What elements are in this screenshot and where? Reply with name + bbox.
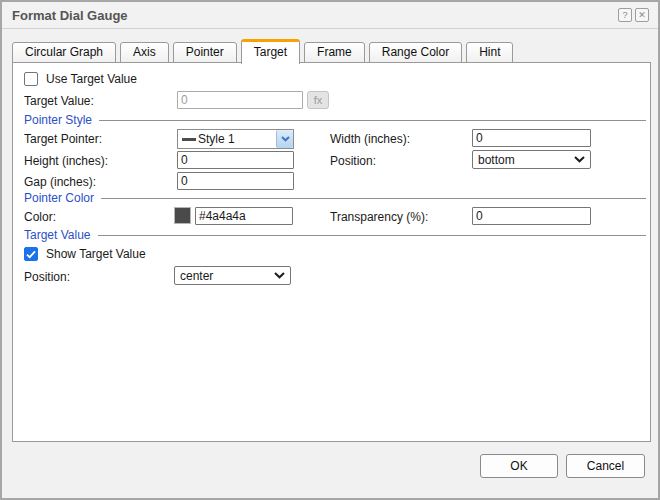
use-target-value-label[interactable]: Use Target Value <box>46 72 137 86</box>
section-divider-line <box>99 120 646 121</box>
checkmark-icon <box>26 250 36 259</box>
pointer-color-title: Pointer Color <box>24 191 94 205</box>
tab-pointer[interactable]: Pointer <box>173 42 237 63</box>
section-divider-line <box>101 198 646 199</box>
pointer-style-preview-icon <box>182 138 196 141</box>
target-value-input[interactable] <box>177 91 303 109</box>
transparency-input[interactable] <box>472 207 591 225</box>
height-label: Height (inches): <box>24 154 108 168</box>
target-tab-panel: Use Target Value Target Value: fx Pointe… <box>12 62 651 442</box>
target-value-position-value: center <box>180 269 213 283</box>
pointer-position-select[interactable]: bottom <box>472 150 591 169</box>
chevron-down-icon <box>274 272 285 279</box>
tab-axis[interactable]: Axis <box>120 42 169 63</box>
ok-button[interactable]: OK <box>480 454 558 478</box>
pointer-style-section-header: Pointer Style <box>24 113 646 127</box>
height-input[interactable] <box>177 151 294 169</box>
cancel-button[interactable]: Cancel <box>566 454 645 478</box>
color-label: Color: <box>24 210 56 224</box>
show-target-value-label[interactable]: Show Target Value <box>46 247 146 261</box>
use-target-value-checkbox[interactable] <box>24 72 38 86</box>
tab-bar: Circular Graph Axis Pointer Target Frame… <box>12 38 513 63</box>
tab-frame[interactable]: Frame <box>304 42 365 63</box>
help-icon[interactable]: ? <box>618 8 632 22</box>
gap-label: Gap (inches): <box>24 175 96 189</box>
color-input[interactable] <box>195 207 293 225</box>
pointer-position-value: bottom <box>478 153 515 167</box>
combo-dropdown-button[interactable] <box>276 130 293 148</box>
fx-button[interactable]: fx <box>307 91 329 109</box>
titlebar: Format Dial Gauge ? ✕ <box>2 2 658 29</box>
color-swatch[interactable] <box>174 207 191 224</box>
chevron-down-icon <box>574 156 585 163</box>
target-value-title: Target Value <box>24 228 91 242</box>
section-divider-line <box>98 235 647 236</box>
target-value-label: Target Value: <box>24 94 94 108</box>
pointer-position-label: Position: <box>330 154 376 168</box>
tab-circular-graph[interactable]: Circular Graph <box>12 42 116 63</box>
target-value-position-select[interactable]: center <box>174 266 291 285</box>
format-dial-gauge-dialog: Format Dial Gauge ? ✕ Circular Graph Axi… <box>0 0 660 500</box>
width-input[interactable] <box>472 129 591 147</box>
show-target-value-checkbox[interactable] <box>24 247 38 261</box>
target-pointer-label: Target Pointer: <box>24 132 102 146</box>
transparency-label: Transparency (%): <box>330 210 428 224</box>
close-icon[interactable]: ✕ <box>635 8 649 22</box>
tab-range-color[interactable]: Range Color <box>369 42 462 63</box>
width-label: Width (inches): <box>330 132 410 146</box>
target-value-position-label: Position: <box>24 270 70 284</box>
chevron-down-icon <box>281 136 290 142</box>
target-value-section-header: Target Value <box>24 228 646 242</box>
gap-input[interactable] <box>177 172 294 190</box>
tab-hint[interactable]: Hint <box>466 42 513 63</box>
pointer-style-title: Pointer Style <box>24 113 92 127</box>
target-pointer-select[interactable]: Style 1 <box>177 129 294 149</box>
dialog-title: Format Dial Gauge <box>12 8 128 23</box>
tab-target[interactable]: Target <box>241 39 300 64</box>
pointer-color-section-header: Pointer Color <box>24 191 646 205</box>
target-pointer-value: Style 1 <box>198 132 235 146</box>
